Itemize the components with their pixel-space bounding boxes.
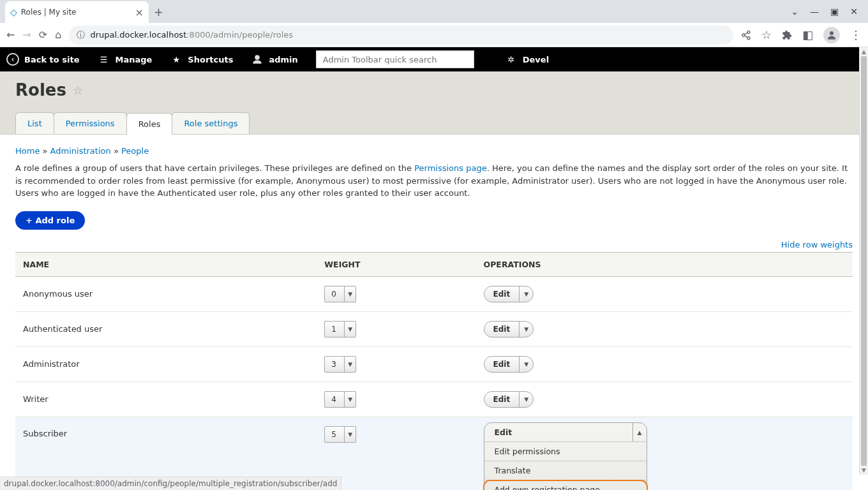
role-name: Administrator [15, 346, 317, 382]
gear-icon: ✲ [505, 53, 518, 66]
tab-role-settings[interactable]: Role settings [172, 112, 250, 134]
chevron-down-icon[interactable]: ▼ [519, 392, 533, 407]
page-header: Roles ☆ List Permissions Roles Role sett… [0, 71, 868, 135]
weight-select[interactable]: 4▼ [324, 391, 356, 408]
content-region: Home » Administration » People A role de… [0, 135, 868, 490]
help-text: A role defines a group of users that hav… [15, 162, 853, 200]
share-icon[interactable] [741, 30, 751, 40]
reload-icon[interactable]: ⟳ [39, 29, 47, 41]
drupal-icon: ◇ [10, 7, 17, 17]
browser-chrome: ◇ Roles | My site × + ⌄ — ▣ ✕ ← → ⟳ ⌂ ⓘ … [0, 0, 868, 47]
chevron-down-icon[interactable]: ▼ [519, 322, 533, 337]
label: Back to site [24, 55, 79, 64]
devel-link[interactable]: ✲ Devel [505, 53, 549, 66]
role-name: Anonymous user [15, 276, 317, 311]
star-icon: ★ [170, 53, 183, 66]
tab-bar: ◇ Roles | My site × + ⌄ — ▣ ✕ [0, 0, 868, 23]
page-title: Roles [15, 80, 66, 100]
chevron-down-icon: ▼ [344, 392, 355, 407]
edit-button[interactable]: Edit [484, 392, 520, 407]
breadcrumb-people[interactable]: People [121, 146, 149, 156]
label: Manage [115, 55, 152, 64]
edit-dropbutton[interactable]: Edit▼ [484, 321, 534, 338]
svg-line-3 [745, 36, 748, 38]
url-port: :8000 [186, 30, 210, 40]
avatar[interactable] [823, 27, 840, 43]
svg-point-0 [747, 31, 750, 33]
close-window-icon[interactable]: ✕ [850, 6, 858, 17]
scroll-down-icon[interactable]: ▼ [860, 466, 868, 475]
panel-icon[interactable]: ◧ [802, 28, 813, 41]
url-path: /admin/people/roles [211, 30, 293, 40]
table-row: Authenticated user 1▼ Edit▼ [15, 311, 853, 346]
back-icon[interactable]: ← [6, 29, 15, 41]
weight-select[interactable]: 5▼ [324, 426, 356, 443]
bookmark-icon[interactable]: ☆ [761, 28, 772, 41]
svg-point-2 [747, 36, 750, 39]
weight-select[interactable]: 3▼ [324, 356, 356, 373]
forward-icon: → [22, 29, 31, 41]
edit-dropbutton[interactable]: Edit▼ [484, 356, 534, 373]
col-weight: WEIGHT [317, 252, 475, 276]
dropdown-edit-permissions[interactable]: Edit permissions [484, 442, 647, 461]
add-role-button[interactable]: Add role [15, 211, 85, 230]
user-link[interactable]: admin [251, 53, 297, 66]
tabs: List Permissions Roles Role settings [15, 112, 853, 134]
home-icon[interactable]: ⌂ [55, 29, 61, 41]
edit-button[interactable]: Edit [484, 286, 520, 302]
edit-button[interactable]: Edit [484, 357, 520, 372]
browser-tab[interactable]: ◇ Roles | My site × [5, 1, 149, 23]
url-bar[interactable]: ⓘ drupal.docker.localhost:8000/admin/peo… [69, 26, 733, 45]
info-icon[interactable]: ⓘ [77, 29, 85, 41]
new-tab-button[interactable]: + [154, 5, 163, 19]
minimize-icon[interactable]: — [810, 6, 819, 17]
label: Shortcuts [188, 55, 233, 64]
extensions-icon[interactable] [782, 30, 792, 40]
chevron-down-icon[interactable]: ▼ [519, 357, 533, 372]
edit-button[interactable]: Edit [484, 322, 520, 337]
permissions-page-link[interactable]: Permissions page [414, 163, 487, 173]
label: admin [269, 55, 297, 64]
favorite-icon[interactable]: ☆ [73, 84, 83, 97]
status-bar: drupal.docker.localhost:8000/admin/confi… [0, 477, 341, 490]
hide-row-weights-link[interactable]: Hide row weights [781, 240, 853, 249]
weight-select[interactable]: 1▼ [324, 321, 356, 338]
url-host: drupal.docker.localhost [90, 30, 186, 40]
breadcrumb-admin[interactable]: Administration [50, 146, 111, 156]
close-icon[interactable]: × [135, 6, 144, 19]
col-operations: OPERATIONS [476, 252, 853, 276]
svg-point-5 [830, 31, 834, 35]
dropdown-edit[interactable]: Edit [484, 423, 647, 442]
help-text-1: A role defines a group of users that hav… [15, 163, 414, 173]
breadcrumb-home[interactable]: Home [15, 146, 40, 156]
admin-search-input[interactable] [316, 50, 474, 68]
label: Devel [523, 55, 549, 64]
tab-roles[interactable]: Roles [126, 113, 173, 135]
restore-icon[interactable]: ▣ [830, 6, 839, 17]
weight-select[interactable]: 0▼ [324, 286, 356, 302]
window-controls: ⌄ — ▣ ✕ [791, 6, 863, 17]
role-name: Writer [15, 382, 317, 417]
tab-list[interactable]: List [15, 112, 54, 134]
menu-icon[interactable]: ⋮ [850, 28, 862, 41]
scrollbar-thumb[interactable] [861, 56, 867, 466]
scrollbar[interactable]: ▲ ▼ [859, 47, 868, 475]
chevron-down-icon: ▼ [344, 322, 355, 337]
scroll-up-icon[interactable]: ▲ [860, 47, 868, 56]
dropdown-translate[interactable]: Translate [484, 461, 647, 480]
edit-dropbutton-open: ▲ Edit Edit permissions Translate Add ow… [484, 422, 647, 491]
nav-bar: ← → ⟳ ⌂ ⓘ drupal.docker.localhost:8000/a… [0, 23, 868, 47]
chevron-down-icon[interactable]: ▼ [519, 286, 533, 302]
table-row: Anonymous user 0▼ Edit▼ [15, 276, 853, 311]
chevron-down-icon: ▼ [344, 427, 355, 442]
back-to-site-link[interactable]: ‹ Back to site [6, 53, 79, 66]
chevron-down-icon[interactable]: ⌄ [791, 6, 798, 17]
tab-permissions[interactable]: Permissions [54, 112, 127, 134]
dropdown-add-registration[interactable]: Add own registration page [484, 480, 647, 491]
col-name: NAME [15, 252, 317, 276]
manage-link[interactable]: ☰ Manage [97, 53, 152, 66]
user-icon [251, 53, 264, 66]
edit-dropbutton[interactable]: Edit▼ [484, 286, 534, 302]
shortcuts-link[interactable]: ★ Shortcuts [170, 53, 233, 66]
edit-dropbutton[interactable]: Edit▼ [484, 391, 534, 408]
